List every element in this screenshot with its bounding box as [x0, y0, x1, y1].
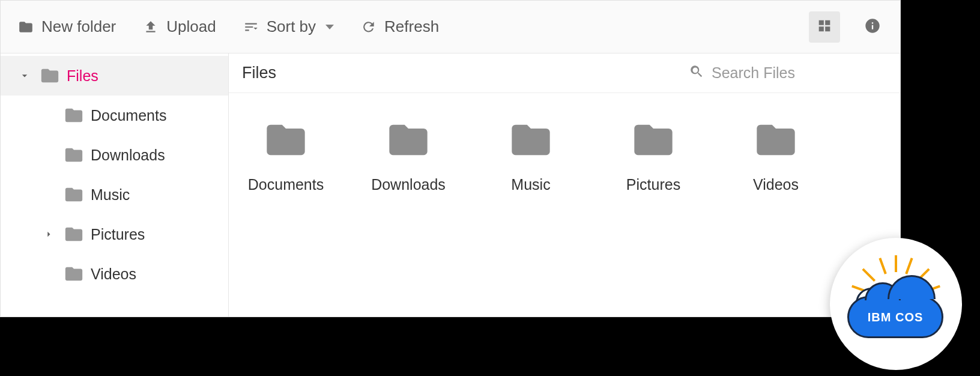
grid-icon	[816, 17, 833, 37]
search-icon	[689, 64, 704, 83]
sidebar-item-pictures[interactable]: Pictures	[1, 214, 228, 254]
sunray-icon	[905, 258, 913, 274]
folder-icon	[626, 117, 681, 163]
sidebar: Files Documents Downloads Music Pictures	[1, 53, 229, 317]
info-button[interactable]	[857, 11, 888, 43]
upload-label: Upload	[166, 17, 216, 36]
chevron-down-icon	[13, 70, 37, 82]
info-icon	[864, 17, 881, 37]
sidebar-item-videos[interactable]: Videos	[1, 254, 228, 294]
folder-tile-videos[interactable]: Videos	[732, 117, 820, 193]
sidebar-item-documents[interactable]: Documents	[1, 96, 228, 135]
folder-icon	[61, 264, 87, 284]
folder-label: Downloads	[371, 176, 446, 193]
folder-tile-music[interactable]: Music	[487, 117, 575, 193]
file-manager-window: New folder Upload Sort by Refresh	[0, 0, 901, 317]
sort-by-label: Sort by	[267, 17, 316, 36]
ibm-cos-badge: IBM COS	[830, 238, 962, 370]
folder-tile-downloads[interactable]: Downloads	[364, 117, 452, 193]
folder-icon	[258, 117, 313, 163]
folder-label: Pictures	[626, 176, 680, 193]
folder-tile-pictures[interactable]: Pictures	[609, 117, 697, 193]
toolbar: New folder Upload Sort by Refresh	[1, 1, 900, 53]
folder-icon	[381, 117, 436, 163]
body: Files Documents Downloads Music Pictures	[1, 53, 900, 317]
folder-icon	[17, 19, 34, 35]
sidebar-item-label: Pictures	[87, 226, 145, 243]
folder-icon	[61, 105, 87, 126]
folder-icon	[503, 117, 558, 163]
folder-label: Videos	[753, 176, 799, 193]
grid-view-button[interactable]	[809, 11, 840, 43]
refresh-label: Refresh	[384, 17, 439, 36]
chevron-right-icon[interactable]	[37, 228, 61, 240]
sunray-icon	[862, 268, 876, 282]
sidebar-item-label: Music	[87, 186, 130, 204]
search-input[interactable]	[712, 64, 881, 82]
folder-icon	[37, 65, 63, 86]
folder-label: Documents	[248, 176, 324, 193]
sunray-icon	[895, 255, 897, 272]
badge-text: IBM COS	[868, 311, 924, 324]
folder-icon	[61, 145, 87, 165]
main-panel: Files Documents Downloads Mu	[229, 53, 900, 317]
refresh-icon	[360, 19, 377, 35]
sort-icon	[243, 19, 259, 35]
sidebar-item-label: Documents	[87, 107, 166, 124]
cloud-icon: IBM COS	[847, 296, 943, 338]
folder-icon	[61, 184, 87, 205]
folder-grid: Documents Downloads Music Pictures Video…	[229, 93, 900, 217]
new-folder-button[interactable]: New folder	[13, 14, 121, 40]
search-box[interactable]	[683, 59, 887, 88]
new-folder-label: New folder	[41, 17, 116, 36]
folder-icon	[61, 224, 87, 244]
sidebar-root-label: Files	[63, 67, 98, 85]
sidebar-item-downloads[interactable]: Downloads	[1, 135, 228, 175]
folder-tile-documents[interactable]: Documents	[242, 117, 330, 193]
sunray-icon	[879, 258, 886, 274]
upload-icon	[142, 19, 159, 35]
main-header: Files	[229, 53, 900, 93]
sidebar-item-label: Videos	[87, 265, 136, 283]
breadcrumb-title: Files	[242, 64, 276, 82]
sidebar-item-music[interactable]: Music	[1, 175, 228, 214]
sidebar-item-label: Downloads	[87, 147, 165, 164]
refresh-button[interactable]: Refresh	[355, 14, 444, 40]
chevron-down-icon	[325, 25, 334, 29]
folder-label: Music	[511, 176, 550, 193]
sort-by-button[interactable]: Sort by	[238, 14, 339, 40]
sidebar-root-files[interactable]: Files	[1, 56, 228, 96]
upload-button[interactable]: Upload	[138, 14, 220, 40]
folder-icon	[748, 117, 803, 163]
